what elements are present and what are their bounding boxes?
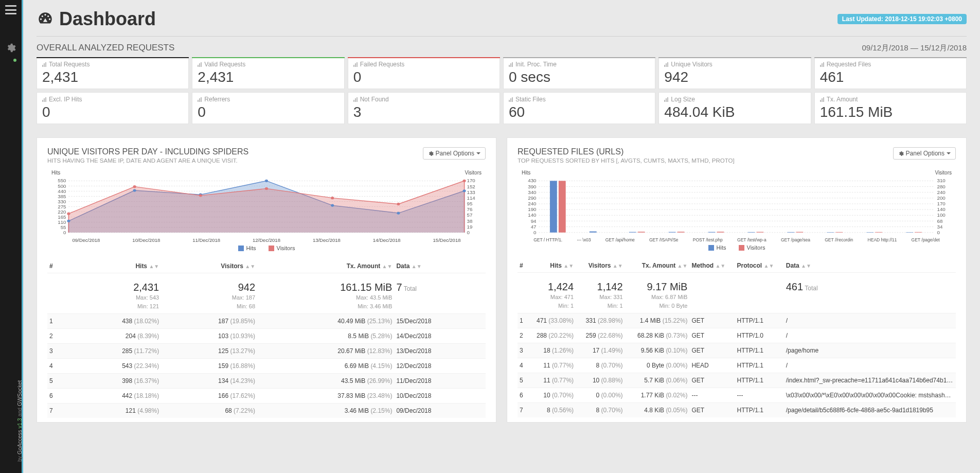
requests-panel-subtitle: TOP REQUESTS SORTED BY HITS [, AVGTS, CU… <box>518 157 735 164</box>
svg-text:385: 385 <box>58 194 66 199</box>
requests-panel: REQUESTED FILES (URLS) TOP REQUESTS SORT… <box>507 137 967 423</box>
table-row[interactable]: 7 8 (0.56%) 8 (0.70%) 4.8 KiB (0.05%) GE… <box>518 403 956 418</box>
requests-table: # Hits ▲▼Visitors ▲▼Tx. Amount ▲▼Method … <box>518 259 956 417</box>
credit-gwsocket-link[interactable]: GWSocket <box>16 380 23 406</box>
svg-text:38: 38 <box>467 219 472 223</box>
svg-rect-95 <box>915 232 922 233</box>
column-header[interactable]: # <box>518 259 527 273</box>
bar-chart-icon <box>820 97 825 102</box>
credit-goaccess-link[interactable]: GoAccess <box>16 430 23 454</box>
table-row[interactable]: 6 10 (0.70%) 0 (0.00%) 1.77 KiB (0.02%) … <box>518 388 956 403</box>
svg-rect-90 <box>717 232 724 233</box>
svg-text:0: 0 <box>467 230 469 235</box>
svg-point-33 <box>133 189 136 191</box>
bar-chart-icon <box>42 62 47 67</box>
svg-rect-86 <box>559 181 566 232</box>
stat-card: Unique Visitors 942 <box>658 57 811 89</box>
svg-text:133: 133 <box>467 190 475 195</box>
menu-toggle[interactable] <box>5 5 16 14</box>
svg-text:430: 430 <box>528 179 536 183</box>
svg-point-35 <box>265 180 268 182</box>
bar-chart-icon <box>820 62 825 67</box>
gear-icon <box>898 151 904 156</box>
svg-text:100: 100 <box>937 213 945 218</box>
visitors-chart: 0551101652202753303854405005500193857769… <box>47 177 486 236</box>
svg-text:500: 500 <box>58 184 66 188</box>
date-range: 09/12月/2018 — 15/12月/2018 <box>862 43 967 53</box>
svg-point-44 <box>397 203 400 205</box>
table-row[interactable]: 3 285 (11.72%) 125 (13.27%) 20.67 MiB (1… <box>47 344 486 359</box>
column-header[interactable]: Tx. Amount ▲▼ <box>625 259 690 273</box>
last-updated-badge: Last Updated: 2018-12-15 19:02:03 +0800 <box>838 14 967 24</box>
stat-card: Requested Files 461 <box>814 57 967 89</box>
svg-point-45 <box>463 180 466 182</box>
svg-rect-89 <box>678 232 685 233</box>
websocket-status-dot <box>13 59 16 62</box>
table-row[interactable]: 2 204 (8.39%) 103 (10.93%) 8.5 MiB (5.28… <box>47 329 486 344</box>
stat-card: Not Found 3 <box>348 92 500 124</box>
stat-card: Init. Proc. Time 0 secs <box>503 57 655 89</box>
svg-text:390: 390 <box>528 184 536 189</box>
table-row[interactable]: 6 442 (18.18%) 166 (17.62%) 37.83 MiB (2… <box>47 389 486 404</box>
table-row[interactable]: 4 543 (22.34%) 159 (16.88%) 6.69 MiB (4.… <box>47 359 486 374</box>
panel-options-button[interactable]: Panel Options <box>893 147 956 160</box>
svg-rect-91 <box>756 232 763 233</box>
column-header[interactable]: Data ▲▼ <box>784 259 956 273</box>
bar-chart-icon <box>42 97 47 102</box>
settings-button[interactable] <box>6 43 16 55</box>
bar-chart-icon <box>198 62 202 67</box>
table-row[interactable]: 1 438 (18.02%) 187 (19.85%) 40.49 MiB (2… <box>47 314 486 329</box>
svg-rect-85 <box>906 232 913 233</box>
bar-chart-icon <box>509 97 513 102</box>
svg-text:220: 220 <box>58 209 66 214</box>
table-row[interactable]: 7 121 (4.98%) 68 (7.22%) 3.46 MiB (2.15%… <box>47 404 486 418</box>
svg-text:152: 152 <box>467 184 475 189</box>
column-header[interactable]: Visitors ▲▼ <box>161 259 257 273</box>
svg-point-37 <box>397 212 400 214</box>
svg-text:190: 190 <box>528 207 536 212</box>
panel-options-button[interactable]: Panel Options <box>423 147 486 160</box>
svg-text:0: 0 <box>63 230 66 235</box>
bar-chart-icon <box>198 97 202 102</box>
bar-chart-icon <box>353 97 358 102</box>
svg-text:340: 340 <box>528 190 536 195</box>
svg-point-42 <box>265 187 268 190</box>
table-row[interactable]: 5 398 (16.37%) 134 (14.23%) 43.5 MiB (26… <box>47 374 486 389</box>
svg-text:550: 550 <box>58 179 66 183</box>
column-header[interactable]: Visitors ▲▼ <box>576 259 625 273</box>
svg-rect-81 <box>748 232 755 233</box>
column-header[interactable]: Tx. Amount ▲▼ <box>257 259 394 273</box>
column-header[interactable]: Protocol ▲▼ <box>735 259 783 273</box>
table-row[interactable]: 2 288 (20.22%) 259 (22.68%) 68.28 KiB (0… <box>518 328 956 343</box>
table-row[interactable]: 5 11 (0.77%) 10 (0.88%) 5.7 KiB (0.06%) … <box>518 373 956 388</box>
column-header[interactable]: Hits ▲▼ <box>527 259 576 273</box>
column-header[interactable]: Hits ▲▼ <box>65 259 161 273</box>
requests-chart: 0479414019024029034039043003468100140170… <box>518 177 956 236</box>
chevron-down-icon <box>476 152 480 156</box>
svg-text:165: 165 <box>58 215 66 219</box>
svg-point-38 <box>463 189 466 192</box>
stat-card: Log Size 484.04 KiB <box>658 92 811 124</box>
column-header[interactable]: Method ▲▼ <box>689 259 735 273</box>
dashboard-icon <box>37 10 54 28</box>
svg-text:200: 200 <box>937 196 945 201</box>
svg-point-43 <box>331 197 334 199</box>
overview-heading: OVERALL ANALYZED REQUESTS <box>37 43 174 53</box>
stat-card: Static Files 60 <box>503 92 655 124</box>
visitors-panel: UNIQUE VISITORS PER DAY - INCLUDING SPID… <box>37 137 496 423</box>
column-header[interactable]: Data ▲▼ <box>394 259 486 273</box>
svg-rect-82 <box>787 232 794 233</box>
svg-text:76: 76 <box>467 207 472 212</box>
svg-point-36 <box>331 204 334 206</box>
svg-rect-76 <box>550 181 557 232</box>
svg-rect-93 <box>835 232 843 233</box>
table-row[interactable]: 3 18 (1.26%) 17 (1.49%) 9.56 KiB (0.10%)… <box>518 343 956 358</box>
svg-point-39 <box>67 213 70 215</box>
svg-rect-78 <box>629 232 636 233</box>
column-header[interactable]: # <box>47 259 65 273</box>
visitors-table: # Hits ▲▼Visitors ▲▼Tx. Amount ▲▼Data ▲▼… <box>47 259 486 418</box>
table-row[interactable]: 1 471 (33.08%) 331 (28.98%) 1.4 MiB (15.… <box>518 313 956 328</box>
svg-rect-94 <box>875 232 882 233</box>
svg-text:68: 68 <box>937 219 942 223</box>
table-row[interactable]: 4 11 (0.77%) 8 (0.70%) 0 Byte (0.00%) HE… <box>518 358 956 373</box>
